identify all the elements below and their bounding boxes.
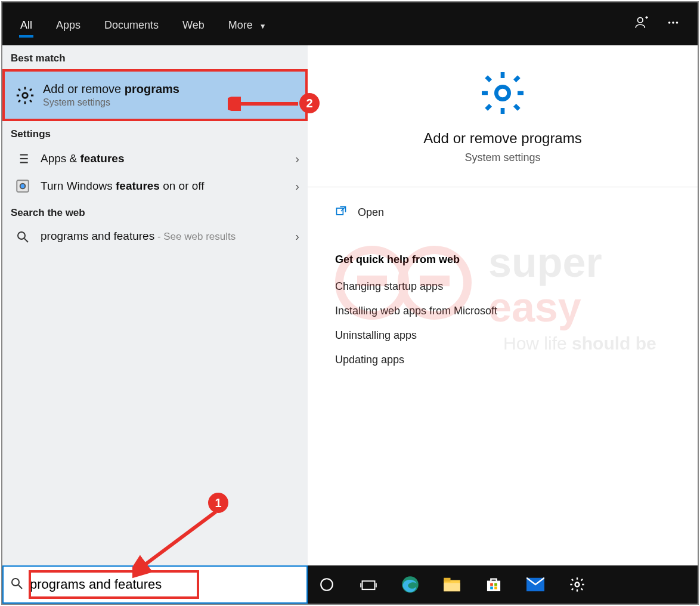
settings-result-windows-features[interactable]: Turn Windows features on or off ›	[2, 172, 308, 200]
svg-point-13	[18, 232, 25, 239]
tab-web[interactable]: Web	[171, 7, 216, 41]
svg-rect-31	[494, 587, 497, 590]
search-web-header: Search the web	[2, 200, 308, 224]
filter-tabs: All Apps Documents Web More ▼	[8, 7, 278, 41]
chevron-right-icon: ›	[295, 180, 299, 193]
help-link[interactable]: Installing web apps from Microsoft	[335, 299, 670, 323]
help-link[interactable]: Changing startup apps	[335, 274, 670, 299]
search-icon	[11, 230, 35, 244]
settings-result-title: Turn Windows features on or off	[41, 180, 205, 193]
svg-point-0	[637, 17, 643, 23]
tab-documents[interactable]: Documents	[92, 7, 171, 41]
open-label: Open	[358, 206, 384, 219]
annotation-arrow-1	[132, 508, 222, 580]
svg-rect-28	[490, 583, 493, 586]
svg-point-4	[23, 92, 28, 98]
svg-point-3	[676, 21, 679, 24]
open-action[interactable]: Open	[335, 199, 670, 226]
edge-icon[interactable]	[399, 574, 421, 595]
svg-rect-27	[488, 581, 500, 590]
svg-point-2	[672, 21, 674, 24]
list-icon	[11, 151, 35, 166]
best-match-result[interactable]: Add or remove programs System settings	[2, 69, 308, 121]
gear-icon	[479, 109, 526, 119]
file-explorer-icon[interactable]	[441, 574, 463, 595]
annotation-step-2: 2	[299, 93, 320, 113]
results-panel: Best match Add or remove programs System…	[2, 45, 308, 567]
microsoft-store-icon[interactable]	[483, 574, 504, 595]
mail-icon[interactable]	[525, 574, 546, 595]
svg-line-34	[141, 512, 216, 568]
svg-rect-29	[494, 583, 497, 586]
chevron-right-icon: ›	[295, 230, 299, 243]
svg-point-12	[20, 184, 26, 189]
svg-point-33	[575, 583, 580, 587]
taskbar	[2, 565, 698, 604]
svg-rect-20	[363, 581, 375, 589]
best-match-header: Best match	[2, 45, 308, 69]
help-link[interactable]: Updating apps	[335, 348, 670, 372]
svg-rect-26	[444, 583, 460, 592]
svg-rect-30	[490, 587, 493, 590]
help-header: Get quick help from web	[335, 253, 670, 266]
feedback-icon[interactable]	[634, 15, 650, 33]
svg-line-14	[24, 239, 28, 242]
preview-title: Add or remove programs	[308, 130, 698, 147]
best-match-title: Add or remove programs	[43, 82, 179, 96]
search-icon	[10, 576, 24, 593]
web-result-title: programs and features - See web results	[41, 230, 236, 243]
preview-panel: Add or remove programs System settings O…	[308, 45, 698, 567]
svg-point-15	[496, 86, 509, 99]
svg-point-1	[668, 21, 671, 24]
help-link[interactable]: Uninstalling apps	[335, 323, 670, 348]
svg-line-18	[18, 585, 22, 589]
annotation-arrow-2	[228, 97, 305, 111]
svg-point-17	[12, 579, 19, 586]
tab-more-label: More	[228, 19, 253, 31]
svg-rect-25	[444, 578, 450, 582]
settings-result-apps-features[interactable]: Apps & features ›	[2, 145, 308, 172]
svg-rect-16	[337, 208, 343, 215]
annotation-step-1: 1	[208, 493, 228, 513]
cortana-icon[interactable]	[316, 574, 337, 595]
web-result[interactable]: programs and features - See web results …	[2, 224, 308, 250]
chevron-right-icon: ›	[295, 152, 299, 166]
open-icon	[335, 205, 347, 220]
best-match-subtitle: System settings	[43, 97, 179, 108]
search-filter-bar: All Apps Documents Web More ▼	[2, 2, 698, 45]
settings-result-title: Apps & features	[41, 152, 124, 165]
svg-point-19	[321, 579, 333, 590]
tab-all[interactable]: All	[8, 7, 44, 41]
chevron-down-icon: ▼	[259, 22, 267, 30]
more-options-icon[interactable]	[667, 16, 680, 32]
system-tray	[308, 565, 698, 604]
tab-apps[interactable]: Apps	[44, 7, 92, 41]
tab-more[interactable]: More ▼	[216, 7, 278, 41]
preview-subtitle: System settings	[308, 152, 698, 164]
settings-icon[interactable]	[566, 574, 588, 595]
task-view-icon[interactable]	[358, 574, 379, 595]
gear-icon	[13, 85, 37, 106]
control-panel-icon	[11, 178, 35, 194]
settings-header: Settings	[2, 121, 308, 145]
